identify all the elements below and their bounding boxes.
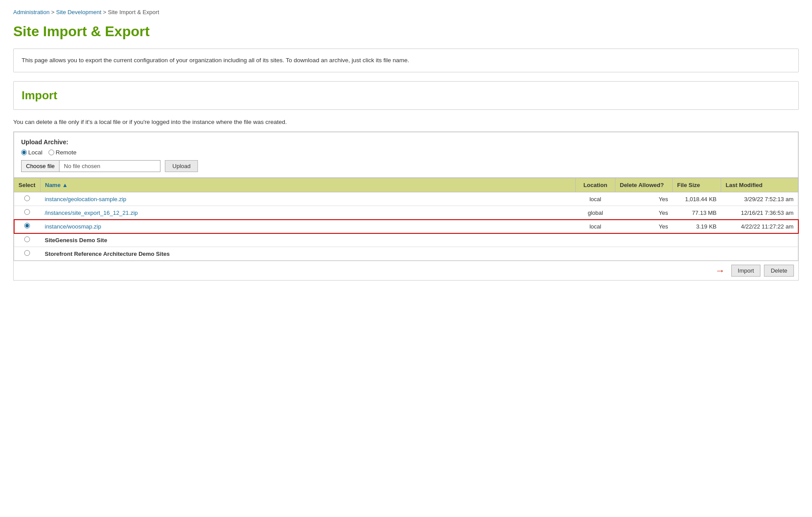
- breadcrumb-admin-link[interactable]: Administration: [13, 9, 49, 15]
- row-name-link[interactable]: instance/geolocation-sample.zip: [45, 196, 127, 202]
- import-button[interactable]: Import: [731, 265, 761, 277]
- row-file-size: 3.19 KB: [673, 220, 721, 233]
- import-section-box: Import: [13, 81, 799, 110]
- row-delete-allowed: Yes: [615, 206, 673, 220]
- row-radio-row3[interactable]: [24, 223, 30, 229]
- sub-info-text: You can delete a file only if it's a loc…: [13, 119, 799, 125]
- row-name-cell: /instances/site_export_16_12_21.zip: [41, 206, 576, 220]
- breadcrumb: Administration > Site Development > Site…: [13, 9, 799, 15]
- breadcrumb-sitedev-link[interactable]: Site Development: [56, 9, 101, 15]
- col-select: Select: [14, 178, 41, 192]
- row-file-size: [673, 233, 721, 247]
- col-delete-allowed: Delete Allowed?: [615, 178, 673, 192]
- table-header-row: Select Name ▲ Location Delete Allowed? F…: [14, 178, 798, 192]
- table-row: /instances/site_export_16_12_21.zipgloba…: [14, 206, 798, 220]
- radio-remote[interactable]: [48, 150, 54, 155]
- row-file-size: 77.13 MB: [673, 206, 721, 220]
- row-radio-row1[interactable]: [24, 195, 30, 201]
- row-file-size: 1,018.44 KB: [673, 192, 721, 206]
- row-name-cell: instance/woosmap.zip: [41, 220, 576, 233]
- row-last-modified: 4/22/22 11:27:22 am: [721, 220, 798, 233]
- row-name-link[interactable]: /instances/site_export_16_12_21.zip: [45, 210, 138, 216]
- delete-button[interactable]: Delete: [764, 265, 794, 277]
- row-name-cell: instance/geolocation-sample.zip: [41, 192, 576, 206]
- row-last-modified: [721, 233, 798, 247]
- table-body: instance/geolocation-sample.ziplocalYes1…: [14, 192, 798, 261]
- file-name-display: No file chosen: [59, 160, 160, 172]
- row-last-modified: 12/16/21 7:36:53 am: [721, 206, 798, 220]
- table-row: instance/geolocation-sample.ziplocalYes1…: [14, 192, 798, 206]
- arrow-right-icon: →: [715, 265, 725, 277]
- file-upload-row: Choose file No file chosen Upload: [21, 160, 791, 172]
- col-name[interactable]: Name ▲: [41, 178, 576, 192]
- radio-local[interactable]: [21, 150, 27, 155]
- import-section-title: Import: [22, 84, 790, 107]
- row-location: local: [576, 192, 615, 206]
- archive-table: Select Name ▲ Location Delete Allowed? F…: [14, 178, 798, 261]
- radio-local-label[interactable]: Local: [21, 149, 42, 156]
- row-name-cell: SiteGenesis Demo Site: [41, 233, 576, 247]
- row-location: local: [576, 220, 615, 233]
- row-radio-row4[interactable]: [24, 236, 30, 242]
- upload-and-table-container: Upload Archive: Local Remote Choose file…: [13, 131, 799, 281]
- row-delete-allowed: [615, 247, 673, 261]
- upload-label: Upload Archive:: [21, 139, 791, 146]
- upload-button[interactable]: Upload: [165, 160, 198, 172]
- col-location: Location: [576, 178, 615, 192]
- breadcrumb-current: Site Import & Export: [108, 9, 159, 15]
- row-location: [576, 247, 615, 261]
- row-location: [576, 233, 615, 247]
- row-location: global: [576, 206, 615, 220]
- row-radio-row2[interactable]: [24, 209, 30, 215]
- radio-remote-text: Remote: [56, 149, 76, 156]
- row-name-cell: Storefront Reference Architecture Demo S…: [41, 247, 576, 261]
- choose-file-button[interactable]: Choose file: [21, 160, 59, 172]
- row-file-size: [673, 247, 721, 261]
- upload-archive-panel: Upload Archive: Local Remote Choose file…: [14, 132, 798, 178]
- row-name-link[interactable]: instance/woosmap.zip: [45, 223, 101, 230]
- page-title: Site Import & Export: [13, 23, 799, 40]
- row-radio-row5[interactable]: [24, 250, 30, 256]
- row-name-text: SiteGenesis Demo Site: [45, 237, 108, 244]
- info-box: This page allows you to export the curre…: [13, 49, 799, 72]
- row-delete-allowed: Yes: [615, 192, 673, 206]
- action-row: → Import Delete: [14, 261, 798, 280]
- row-last-modified: [721, 247, 798, 261]
- row-delete-allowed: Yes: [615, 220, 673, 233]
- table-row: instance/woosmap.ziplocalYes3.19 KB4/22/…: [14, 220, 798, 233]
- radio-remote-label[interactable]: Remote: [48, 149, 76, 156]
- row-delete-allowed: [615, 233, 673, 247]
- col-last-modified: Last Modified: [721, 178, 798, 192]
- col-file-size: File Size: [673, 178, 721, 192]
- row-name-text: Storefront Reference Architecture Demo S…: [45, 251, 170, 257]
- info-text: This page allows you to export the curre…: [22, 56, 790, 65]
- row-last-modified: 3/29/22 7:52:13 am: [721, 192, 798, 206]
- table-row: Storefront Reference Architecture Demo S…: [14, 247, 798, 261]
- radio-local-text: Local: [28, 149, 42, 156]
- table-row: SiteGenesis Demo Site: [14, 233, 798, 247]
- radio-group: Local Remote: [21, 149, 791, 156]
